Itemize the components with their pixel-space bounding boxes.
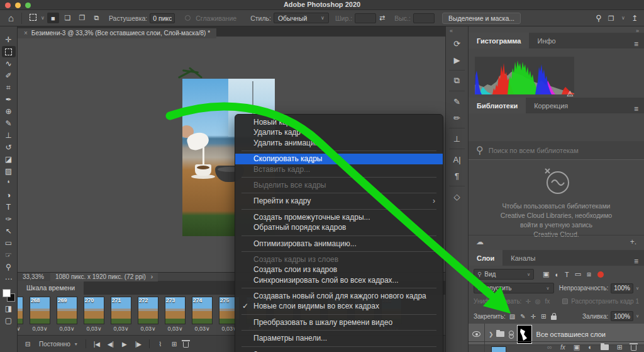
- menu-item[interactable]: Новый кадр: [235, 117, 443, 127]
- active-tool-icon[interactable]: [26, 13, 40, 23]
- lasso-tool[interactable]: ∿: [2, 58, 16, 69]
- menu-item[interactable]: Создавать новый слой для каждого нового …: [235, 291, 443, 301]
- selection-mode-button[interactable]: ■: [47, 13, 59, 23]
- share-icon[interactable]: ↥: [631, 14, 638, 23]
- timeline-frame[interactable]: 2740,03∨: [189, 295, 216, 335]
- adjustment-filter-icon[interactable]: ◐: [555, 271, 559, 278]
- brushes-panel-icon[interactable]: ✏: [446, 110, 468, 126]
- new-group-icon[interactable]: [601, 344, 609, 350]
- tab-info[interactable]: Инфо: [529, 33, 564, 48]
- quick-selection-tool[interactable]: ✐: [2, 70, 16, 81]
- delete-layer-icon[interactable]: [631, 345, 636, 351]
- lock-transparency-icon[interactable]: ▨: [509, 313, 515, 320]
- layer-mask-thumbnail[interactable]: [517, 325, 532, 344]
- tab-channels[interactable]: Каналы: [502, 250, 543, 266]
- frame-delay[interactable]: 0,03∨: [108, 326, 135, 332]
- color-swatches[interactable]: [2, 288, 16, 303]
- select-and-mask-button[interactable]: Выделение и маска...: [442, 13, 521, 24]
- shape-tool[interactable]: ▭: [2, 237, 16, 249]
- lock-position-icon[interactable]: ✛: [531, 313, 536, 320]
- opacity-value[interactable]: 100%: [611, 283, 633, 293]
- screen-mode-button[interactable]: ▢: [2, 315, 16, 326]
- frame-delay[interactable]: 0,03∨: [189, 326, 216, 332]
- frame-delay[interactable]: 0,03∨: [162, 326, 189, 332]
- frame-delay[interactable]: 0,03∨: [18, 326, 26, 332]
- dodge-tool[interactable]: ◑: [2, 190, 16, 201]
- menu-item[interactable]: Синхронизировать слой во всех кадрах...: [235, 275, 443, 285]
- type-filter-icon[interactable]: T: [565, 271, 569, 278]
- status-expand-icon[interactable]: ›: [151, 273, 153, 280]
- timeline-frame[interactable]: 2690,03∨: [53, 295, 80, 335]
- home-icon[interactable]: ⌂: [5, 13, 17, 23]
- eyedropper-tool[interactable]: ✒: [2, 94, 16, 105]
- menu-item[interactable]: Удалить анимацию: [235, 138, 443, 148]
- add-mask-icon[interactable]: ▣: [574, 343, 580, 351]
- zoom-level[interactable]: 33,33%: [18, 273, 50, 280]
- frame-delay[interactable]: 0,03∨: [80, 326, 108, 332]
- frame-delay[interactable]: 0,03∨: [135, 326, 162, 332]
- document-info[interactable]: 1080 пикс. x 1920 пикс. (72 ppi) ›: [50, 273, 158, 281]
- menu-item[interactable]: Закрыть: [235, 349, 443, 352]
- move-tool[interactable]: ✛: [2, 34, 16, 45]
- menu-item[interactable]: Обратный порядок кадров: [235, 222, 443, 232]
- new-layer-icon[interactable]: ⊞: [617, 343, 623, 351]
- frame-delay[interactable]: 0,03∨: [26, 326, 53, 332]
- layer-name[interactable]: Все оставшиеся слои: [536, 331, 606, 338]
- first-frame-button[interactable]: |◀: [92, 341, 102, 348]
- new-frame-button[interactable]: ⊞: [169, 341, 179, 348]
- pixel-filter-icon[interactable]: ▣: [543, 270, 549, 278]
- warning-icon[interactable]: ⚠: [567, 89, 574, 98]
- style-select[interactable]: Обычный ∨: [274, 13, 329, 23]
- expand-panels-icon[interactable]: «: [450, 28, 453, 34]
- document-tab[interactable]: × Безимени-3 @ 33,3% (Все оставшиеся сло…: [18, 28, 216, 38]
- fill-value[interactable]: 100%: [611, 311, 633, 321]
- previous-frame-button[interactable]: ◀|: [106, 341, 116, 348]
- tween-button[interactable]: ⌇: [155, 341, 165, 348]
- healing-brush-tool[interactable]: ⊕: [2, 106, 16, 117]
- feather-input[interactable]: [150, 13, 175, 23]
- antialias-checkbox[interactable]: [185, 14, 193, 22]
- rectangular-marquee-tool[interactable]: [2, 46, 16, 57]
- crop-tool[interactable]: ⌗: [2, 82, 16, 93]
- zoom-tool[interactable]: ⚲: [2, 261, 16, 273]
- lock-paint-icon[interactable]: ✎: [520, 313, 525, 320]
- timeline-frame[interactable]: 2700,03∨: [80, 295, 108, 335]
- menu-item[interactable]: Удалить кадр: [235, 127, 443, 137]
- propagate-checkbox[interactable]: [562, 298, 568, 304]
- hand-tool[interactable]: ☞: [2, 249, 16, 261]
- frame-delay[interactable]: 0,03∨: [53, 326, 80, 332]
- menu-item[interactable]: ✓Новые слои видимы во всех кадрах: [235, 301, 443, 311]
- libraries-search-input[interactable]: [489, 147, 627, 154]
- next-frame-button[interactable]: |▶: [133, 341, 143, 348]
- filter-toggle[interactable]: [597, 271, 604, 278]
- tab-libraries[interactable]: Библиотеки: [469, 98, 526, 113]
- menu-item[interactable]: Скопировать кадры: [235, 154, 443, 164]
- tab-adjustments[interactable]: Коррекция: [526, 98, 576, 113]
- menu-item[interactable]: Оптимизировать анимацию...: [235, 239, 443, 249]
- unify-style-icon[interactable]: fx: [545, 298, 550, 305]
- menu-item[interactable]: Выделить все кадры: [235, 180, 443, 190]
- close-document-icon[interactable]: ×: [24, 30, 28, 37]
- tab-layers[interactable]: Слои: [469, 250, 502, 266]
- menu-item[interactable]: Перейти к кадру›: [235, 196, 443, 206]
- quick-mask-button[interactable]: ◨: [2, 303, 16, 314]
- adjustment-layer-icon[interactable]: ◐: [588, 343, 592, 351]
- mask-link-icon[interactable]: [509, 331, 513, 338]
- clone-source-panel-icon[interactable]: ⧉: [446, 72, 468, 89]
- clone-stamp-tool[interactable]: ⊥: [2, 130, 16, 141]
- lock-all-icon[interactable]: [551, 315, 557, 320]
- timeline-frame[interactable]: 2730,03∨: [162, 295, 189, 335]
- menu-item[interactable]: Создать промежуточные кадры...: [235, 212, 443, 222]
- character-panel-icon[interactable]: A|: [446, 151, 468, 167]
- unify-visibility-icon[interactable]: ◎: [535, 298, 541, 305]
- path-selection-tool[interactable]: ↖: [2, 225, 16, 237]
- tab-histogram[interactable]: Гистограмма: [469, 33, 529, 48]
- type-tool[interactable]: T: [2, 202, 16, 213]
- panel-menu-icon[interactable]: ≡: [634, 257, 644, 266]
- timeline-options-icon[interactable]: ⊟: [23, 341, 33, 348]
- search-icon[interactable]: ⚲: [596, 13, 602, 23]
- patterns-panel-icon[interactable]: ⊥: [446, 130, 468, 147]
- expand-group-icon[interactable]: ❯: [489, 331, 494, 338]
- eraser-tool[interactable]: ◪: [2, 154, 16, 165]
- foreground-color-swatch[interactable]: [3, 289, 11, 297]
